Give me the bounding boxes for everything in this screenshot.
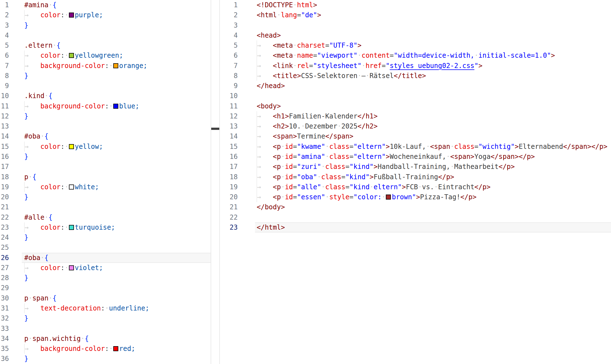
- code-content[interactable]: [22, 202, 211, 212]
- color-swatch[interactable]: [113, 63, 118, 68]
- code-content[interactable]: [22, 324, 211, 334]
- code-content[interactable]: }: [22, 273, 211, 283]
- line-number[interactable]: 16: [220, 152, 238, 162]
- code-content[interactable]: }: [22, 152, 211, 162]
- color-swatch[interactable]: [113, 104, 118, 109]
- line-number[interactable]: 13: [0, 121, 9, 131]
- code-content[interactable]: <html·lang="de">: [255, 10, 611, 20]
- color-swatch[interactable]: [113, 346, 118, 351]
- code-content[interactable]: <body>: [255, 101, 611, 111]
- line-number[interactable]: 14: [0, 131, 9, 141]
- code-content[interactable]: [22, 242, 211, 253]
- code-content[interactable]: [22, 162, 211, 172]
- color-swatch[interactable]: [69, 185, 74, 190]
- line-number[interactable]: 4: [0, 30, 9, 40]
- line-number[interactable]: 17: [0, 162, 9, 172]
- code-content[interactable]: </html>: [255, 222, 611, 232]
- color-swatch[interactable]: [69, 225, 74, 230]
- code-content[interactable]: [255, 20, 611, 30]
- line-number[interactable]: 30: [0, 293, 9, 303]
- code-content[interactable]: .eltern·{: [22, 40, 211, 50]
- color-swatch[interactable]: [69, 53, 74, 58]
- code-content[interactable]: p·span·{: [22, 293, 211, 303]
- code-content[interactable]: →background-color:·orange;: [22, 61, 211, 71]
- line-number[interactable]: 31: [0, 303, 9, 313]
- line-number[interactable]: 11: [0, 101, 9, 111]
- line-number[interactable]: 10: [0, 91, 9, 101]
- line-number[interactable]: 19: [220, 182, 238, 192]
- line-number[interactable]: 28: [0, 273, 9, 283]
- code-content[interactable]: →color:·turquoise;: [22, 222, 211, 232]
- code-content[interactable]: p·span.wichtig·{: [22, 334, 211, 344]
- code-content[interactable]: [22, 81, 211, 91]
- line-number[interactable]: 29: [0, 283, 9, 293]
- line-number[interactable]: 24: [0, 232, 9, 242]
- code-content[interactable]: }: [22, 20, 211, 30]
- code-content[interactable]: →color:·purple;: [22, 10, 211, 20]
- line-number[interactable]: 32: [0, 313, 9, 323]
- code-content[interactable]: #oba·{: [22, 253, 211, 263]
- line-number[interactable]: 3: [0, 20, 9, 30]
- line-number[interactable]: 22: [220, 212, 238, 222]
- code-content[interactable]: }: [22, 313, 211, 323]
- line-number[interactable]: 14: [220, 131, 238, 141]
- code-content[interactable]: →color:·yellowgreen;: [22, 50, 211, 60]
- line-number[interactable]: 36: [0, 354, 9, 364]
- line-number[interactable]: 21: [220, 202, 238, 212]
- code-content[interactable]: <!DOCTYPE·html>: [255, 0, 611, 10]
- line-number[interactable]: 15: [220, 142, 238, 152]
- color-swatch[interactable]: [69, 265, 74, 270]
- code-content[interactable]: }: [22, 71, 211, 81]
- code-content[interactable]: }: [22, 192, 211, 202]
- code-content[interactable]: →<h1>Familien-Kalender</h1>: [255, 111, 611, 121]
- line-number[interactable]: 33: [0, 324, 9, 334]
- code-content[interactable]: →color:·white;: [22, 182, 211, 192]
- line-number[interactable]: 16: [0, 152, 9, 162]
- code-content[interactable]: →<meta·charset="UTF-8">: [255, 40, 611, 50]
- line-number[interactable]: 23: [0, 222, 9, 232]
- line-number[interactable]: 8: [0, 71, 9, 81]
- line-number[interactable]: 9: [0, 81, 9, 91]
- line-number[interactable]: 15: [0, 142, 9, 152]
- line-number[interactable]: 22: [0, 212, 9, 222]
- code-content[interactable]: </body>: [255, 202, 611, 212]
- code-content[interactable]: [255, 212, 611, 222]
- code-content[interactable]: →<meta·name="viewport"·content="width=de…: [255, 50, 611, 60]
- css-editor-pane[interactable]: 1#amina·{2→color:·purple;3}45.eltern·{6→…: [0, 0, 211, 364]
- line-number[interactable]: 34: [0, 334, 9, 344]
- line-number[interactable]: 23: [220, 222, 238, 232]
- line-number[interactable]: 12: [220, 111, 238, 121]
- line-number[interactable]: 5: [220, 40, 238, 50]
- code-content[interactable]: →<h2>10.·Dezember·2025</h2>: [255, 121, 611, 131]
- code-content[interactable]: }: [22, 111, 211, 121]
- line-number[interactable]: 18: [0, 172, 9, 182]
- line-number[interactable]: 13: [220, 121, 238, 131]
- line-number[interactable]: 18: [220, 172, 238, 182]
- code-content[interactable]: [255, 91, 611, 101]
- code-content[interactable]: →color:·violet;: [22, 263, 211, 273]
- code-content[interactable]: #alle·{: [22, 212, 211, 222]
- code-content[interactable]: [22, 30, 211, 40]
- code-content[interactable]: →<link·rel="stylesheet"·href="styles_ueb…: [255, 61, 611, 71]
- line-number[interactable]: 7: [0, 61, 9, 71]
- code-content[interactable]: [22, 121, 211, 131]
- code-content[interactable]: →background-color:·blue;: [22, 101, 211, 111]
- code-content[interactable]: →<p·id="essen"·style="color:·brown">Pizz…: [255, 192, 611, 202]
- line-number[interactable]: 27: [0, 263, 9, 273]
- code-content[interactable]: }: [22, 354, 211, 364]
- line-number[interactable]: 9: [220, 81, 238, 91]
- line-number[interactable]: 6: [220, 50, 238, 60]
- line-number[interactable]: 5: [0, 40, 9, 50]
- code-content[interactable]: }: [22, 232, 211, 242]
- line-number[interactable]: 17: [220, 162, 238, 172]
- code-content[interactable]: #oba·{: [22, 131, 211, 141]
- line-number[interactable]: 1: [220, 0, 238, 10]
- code-content[interactable]: →<p·id="zuri"·class="kind">Handball-Trai…: [255, 162, 611, 172]
- code-content[interactable]: </head>: [255, 81, 611, 91]
- line-number[interactable]: 26: [0, 253, 9, 263]
- line-number[interactable]: 20: [220, 192, 238, 202]
- color-swatch[interactable]: [69, 13, 74, 18]
- code-content[interactable]: <head>: [255, 30, 611, 40]
- code-content[interactable]: →<span>Termine</span>: [255, 131, 611, 141]
- code-content[interactable]: #amina·{: [22, 0, 211, 10]
